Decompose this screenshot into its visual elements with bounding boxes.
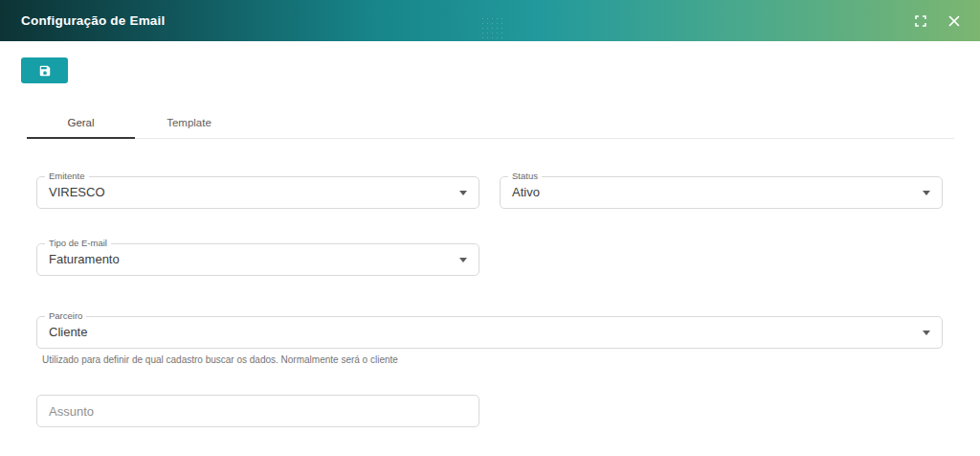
emitente-value: VIRESCO [37, 177, 479, 208]
chevron-down-icon [923, 331, 930, 335]
status-value: Ativo [501, 177, 942, 208]
tipo-de-email-select[interactable]: Tipo de E-mail Faturamento [36, 243, 479, 276]
tab-bar: Geral Template [27, 106, 954, 139]
assunto-input[interactable] [36, 395, 479, 427]
form-row-2: Tipo de E-mail Faturamento [36, 243, 943, 276]
parceiro-value: Cliente [37, 317, 942, 348]
tab-geral-label: Geral [67, 117, 94, 128]
window-controls [914, 14, 961, 28]
parceiro-label: Parceiro [45, 310, 86, 322]
chevron-down-icon [459, 191, 467, 195]
window-header: Configuração de Email [0, 0, 980, 41]
form-row-3: Parceiro Cliente Utilizado para definir … [36, 316, 943, 365]
tab-template[interactable]: Template [135, 106, 243, 138]
form-row-1: Emitente VIRESCO Status Ativo [36, 176, 943, 209]
header-dots-decoration [480, 16, 503, 41]
emitente-label: Emitente [45, 171, 89, 182]
tab-template-label: Template [167, 117, 212, 128]
parceiro-select[interactable]: Parceiro Cliente [36, 316, 943, 349]
chevron-down-icon [459, 258, 467, 262]
emitente-select[interactable]: Emitente VIRESCO [36, 176, 479, 209]
status-label: Status [508, 171, 542, 182]
email-config-form: Emitente VIRESCO Status Ativo Tipo de E-… [0, 139, 980, 427]
page-title: Configuração de Email [21, 13, 165, 28]
form-row-2-spacer [500, 243, 943, 276]
tipo-de-email-label: Tipo de E-mail [45, 238, 111, 249]
close-button[interactable] [947, 14, 961, 28]
floppy-save-icon [38, 64, 52, 78]
tab-geral[interactable]: Geral [27, 106, 135, 138]
parceiro-helper-text: Utilizado para definir de qual cadastro … [42, 354, 943, 365]
form-row-4 [36, 395, 479, 427]
status-select[interactable]: Status Ativo [500, 176, 943, 209]
save-button[interactable] [21, 57, 68, 83]
fullscreen-icon [915, 15, 926, 27]
fullscreen-button[interactable] [914, 14, 927, 28]
chevron-down-icon [923, 191, 930, 195]
close-icon [948, 15, 960, 27]
